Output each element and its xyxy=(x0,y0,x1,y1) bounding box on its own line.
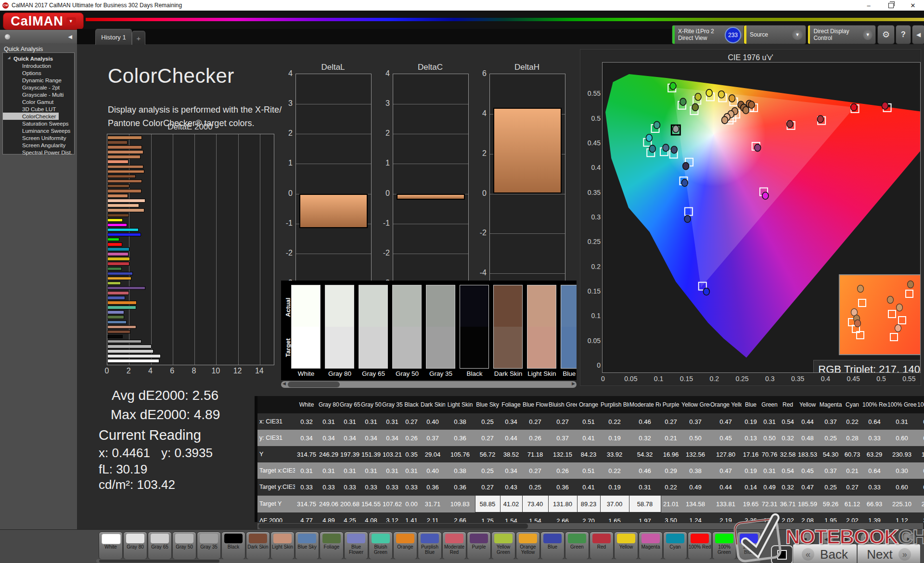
restore-button[interactable] xyxy=(880,0,902,11)
collapse-right-button[interactable]: ◀ xyxy=(912,25,924,44)
compare-patch-blue-sky[interactable]: Blue Sky xyxy=(561,285,577,369)
tab-history-1[interactable]: History 1 xyxy=(95,29,132,45)
scroll-left-icon[interactable]: ◀ xyxy=(282,381,286,386)
sidebar-item-quick-analysis[interactable]: Quick Analysis xyxy=(3,55,74,62)
compare-patch-gray-35[interactable]: Gray 35 xyxy=(426,285,455,369)
bottom-scrollbar-thumb[interactable] xyxy=(99,560,219,563)
next-button[interactable]: Next » xyxy=(857,544,921,563)
bottom-scrollbar[interactable] xyxy=(96,559,760,563)
column-header-black[interactable]: Black xyxy=(403,396,420,413)
logo-dropdown-arrow-icon[interactable]: ▼ xyxy=(66,17,76,25)
patch-button-gray-50[interactable]: Gray 50 xyxy=(172,532,196,560)
column-header-blue-flower[interactable]: Blue Flower xyxy=(522,396,548,413)
compare-patch-gray-65[interactable]: Gray 65 xyxy=(359,285,388,369)
column-header-orange[interactable]: Orange xyxy=(577,396,600,413)
back-button[interactable]: « Back xyxy=(793,544,857,563)
patch-button-foliage[interactable]: Foliage xyxy=(320,532,344,560)
stop-button[interactable] xyxy=(771,545,793,563)
compare-patch-gray-80[interactable]: Gray 80 xyxy=(325,285,354,369)
sidebar-collapse-icon[interactable]: ◀ xyxy=(68,34,72,40)
sidebar-item-options[interactable]: Options xyxy=(3,69,74,77)
calman-logo-button[interactable]: CalMAN ▼ xyxy=(3,13,84,30)
column-header-red[interactable]: Red xyxy=(779,396,796,413)
patch-button-bluish-green[interactable]: Bluish Green xyxy=(369,532,393,560)
patch-button-100-blue[interactable]: 100% Blue xyxy=(737,532,761,560)
sidebar-item-introduction[interactable]: Introduction xyxy=(3,62,74,69)
patch-button-100-red[interactable]: 100% Red xyxy=(688,532,712,560)
column-header-100-blue[interactable]: 100% Blue xyxy=(917,396,924,413)
patch-button-moderate-red[interactable]: Moderate Red xyxy=(442,532,466,560)
patch-button-purple[interactable]: Purple xyxy=(467,532,491,560)
patch-button-magenta[interactable]: Magenta xyxy=(639,532,663,560)
patch-button-dark-skin[interactable]: Dark Skin xyxy=(246,532,270,560)
compare-patch-white[interactable]: White xyxy=(291,285,321,369)
patch-button-green[interactable]: Green xyxy=(565,532,589,560)
chevron-down-icon[interactable]: ▼ xyxy=(792,29,803,40)
column-header-100-red[interactable]: 100% Red xyxy=(862,396,887,413)
settings-button[interactable]: ⚙ xyxy=(877,25,895,44)
patch-button-blue[interactable]: Blue xyxy=(540,532,565,560)
column-header-gray-35[interactable]: Gray 35 xyxy=(382,396,403,413)
column-header-gray-80[interactable]: Gray 80 xyxy=(318,396,339,413)
column-header-blue[interactable]: Blue xyxy=(742,396,760,413)
patch-button-gray-35[interactable]: Gray 35 xyxy=(197,532,221,560)
compare-patch-light-skin[interactable]: Light Skin xyxy=(527,285,556,369)
sidebar-item-colorchecker[interactable]: ColorChecker xyxy=(3,113,59,120)
column-header-magenta[interactable]: Magenta xyxy=(819,396,843,413)
table-scrollbar[interactable] xyxy=(257,523,923,529)
column-header-dark-skin[interactable]: Dark Skin xyxy=(420,396,445,413)
record-dot-icon[interactable] xyxy=(5,34,10,39)
meter-badge[interactable]: 233 xyxy=(725,27,741,43)
patch-button-cyan[interactable]: Cyan xyxy=(663,532,687,560)
close-button[interactable]: ✕ xyxy=(902,0,924,11)
scroll-right-icon[interactable]: ▶ xyxy=(572,381,575,386)
add-tab-button[interactable]: + xyxy=(132,31,145,45)
patch-button-yellow-green[interactable]: Yellow Green xyxy=(491,532,515,560)
column-header-gray-50[interactable]: Gray 50 xyxy=(360,396,382,413)
patch-button-gray-80[interactable]: Gray 80 xyxy=(123,532,147,560)
column-header-yellow[interactable]: Yellow xyxy=(796,396,819,413)
patch-button-light-skin[interactable]: Light Skin xyxy=(270,532,295,560)
sidebar-item-grayscale-2pt[interactable]: Grayscale - 2pt xyxy=(3,84,74,91)
patch-button-gray-65[interactable]: Gray 65 xyxy=(148,532,172,560)
table-scrollbar-thumb[interactable] xyxy=(258,524,528,529)
column-header-gray-65[interactable]: Gray 65 xyxy=(339,396,360,413)
strip-scrollbar[interactable]: ◀ ▶ xyxy=(281,381,577,388)
compare-patch-dark-skin[interactable]: Dark Skin xyxy=(493,285,523,369)
strip-scrollbar-thumb[interactable] xyxy=(288,382,340,387)
column-header-white[interactable]: White xyxy=(295,396,318,413)
patch-button-100-green[interactable]: 100% Green xyxy=(712,532,736,560)
patch-button-yellow[interactable]: Yellow xyxy=(614,532,638,560)
source-dropdown[interactable]: Source ▼ xyxy=(744,25,806,44)
sidebar-item-3d-cube-lut[interactable]: 3D Cube LUT xyxy=(3,105,74,113)
column-header-purple[interactable]: Purple xyxy=(661,396,681,413)
column-header-cyan[interactable]: Cyan xyxy=(843,396,862,413)
chevron-down-icon[interactable]: ▼ xyxy=(863,29,873,40)
patch-button-blue-flower[interactable]: Blue Flower xyxy=(344,532,368,560)
display-control-dropdown[interactable]: Direct Display Control ▼ xyxy=(808,25,876,44)
patch-button-white[interactable]: White xyxy=(99,532,123,560)
patch-button-blue-sky[interactable]: Blue Sky xyxy=(295,532,319,560)
column-header-foliage[interactable]: Foliage xyxy=(500,396,522,413)
minimize-button[interactable]: – xyxy=(858,0,880,11)
patch-button-red[interactable]: Red xyxy=(590,532,614,560)
sidebar-item-color-gamut[interactable]: Color Gamut xyxy=(3,98,74,105)
sidebar-item-luminance-sweeps[interactable]: Luminance Sweeps xyxy=(3,127,74,134)
sidebar-item-saturation-sweeps[interactable]: Saturation Sweeps xyxy=(3,120,74,127)
sidebar-item-screen-angularity[interactable]: Screen Angularity xyxy=(3,141,74,149)
compare-patch-gray-50[interactable]: Gray 50 xyxy=(392,285,422,369)
column-header-moderate-red[interactable]: Moderate Red xyxy=(629,396,661,413)
patch-button-orange-yellow[interactable]: Orange Yellow xyxy=(516,532,540,560)
patch-button-black[interactable]: Black xyxy=(221,532,245,560)
compare-patch-black[interactable]: Black xyxy=(460,285,489,369)
column-header-100-green[interactable]: 100% Green xyxy=(887,396,917,413)
patch-button-orange[interactable]: Orange xyxy=(393,532,417,560)
column-header-yellow-green[interactable]: Yellow Green xyxy=(681,396,710,413)
help-button[interactable]: ? xyxy=(896,25,911,44)
column-header-bluish-green[interactable]: Bluish Green xyxy=(548,396,577,413)
column-header-blue-sky[interactable]: Blue Sky xyxy=(475,396,500,413)
patch-button-purplish-blue[interactable]: Purplish Blue xyxy=(418,532,442,560)
column-header-purplish-blue[interactable]: Purplish Blue xyxy=(600,396,629,413)
sidebar-item-screen-uniformity[interactable]: Screen Uniformity xyxy=(3,134,74,141)
sidebar-item-spectral-power-dist-[interactable]: Spectral Power Dist. xyxy=(3,149,74,156)
